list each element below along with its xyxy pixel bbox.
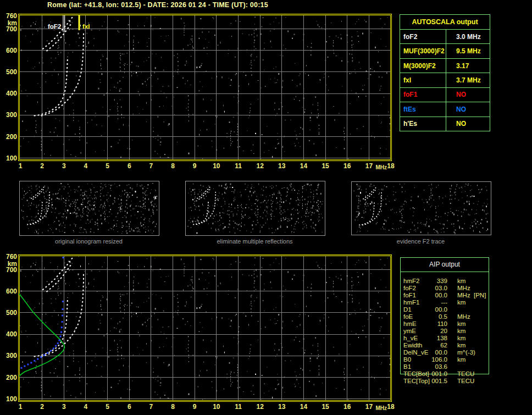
autoscala-screen: Rome (lat: +41.8, lon: 012.5) - DATE: 20…	[0, 0, 532, 415]
autoscala-row: fxI3.7 MHz	[400, 73, 490, 87]
y-axis-unit-label: km	[1, 20, 17, 26]
restored-trace-point	[59, 340, 60, 341]
x-tick-label: 13	[275, 403, 289, 410]
x-axis-unit-label: MHz	[375, 165, 387, 170]
aip-output-table: AIP output hmF2339kmfoF203.0MHzfoF100.0M…	[400, 257, 489, 385]
aip-row-unit: km	[457, 299, 465, 306]
x-tick-label: 17	[362, 403, 375, 410]
y-tick-label: 200	[1, 374, 17, 381]
x-tick-label: 13	[275, 163, 289, 169]
aip-row: foE0.5MHz	[400, 313, 489, 320]
thumbnail-caption: eliminate multiple reflections	[185, 238, 325, 245]
thumbnail-echo-trace	[199, 189, 210, 200]
fxi-marker-label: fxI	[82, 23, 90, 30]
restored-trace-point	[50, 350, 52, 351]
x-tick-label: 14	[297, 403, 310, 410]
y-tick-label: 100	[1, 396, 17, 402]
restored-trace-point	[62, 301, 64, 302]
ionogram-bottom-plot	[18, 254, 392, 402]
thumbnail-original-ionogram	[19, 181, 159, 236]
aip-row-unit: MHz	[457, 313, 470, 320]
x-tick-label: 3	[57, 163, 70, 169]
aip-row-unit: TECU	[457, 370, 474, 378]
autoscala-row: M(3000)F23.17	[400, 59, 490, 73]
thumbnail-eliminate-canvas	[186, 181, 325, 235]
aip-row-unit: TECU	[457, 378, 474, 385]
echo-trace	[41, 272, 84, 357]
autoscala-row-label: fxI	[400, 73, 446, 87]
x-tick-label: 3	[57, 403, 70, 410]
aip-row-label: D1	[403, 306, 412, 313]
echo-trace	[41, 31, 84, 116]
x-tick-label: 9	[188, 403, 201, 410]
x-tick-label: 9	[188, 163, 201, 169]
thumbnail-caption: evidence F2 trace	[351, 238, 491, 245]
aip-row-unit: km	[457, 320, 465, 328]
aip-row-value: 03.6	[419, 363, 447, 370]
autoscala-row-value: 3.17	[446, 59, 490, 73]
autoscala-row-label: h'Es	[400, 117, 446, 131]
autoscala-row-value: NO	[446, 102, 490, 116]
aip-row-value: 62	[419, 342, 447, 349]
aip-row-value: 138	[419, 335, 447, 342]
page-title: Rome (lat: +41.8, lon: 012.5) - DATE: 20…	[47, 1, 268, 9]
aip-row-value: 0.5	[419, 313, 447, 320]
aip-row-label: B1	[403, 363, 411, 370]
x-tick-label: 16	[341, 163, 354, 169]
aip-row: ymE20km	[400, 328, 489, 335]
x-tick-label: 11	[232, 403, 245, 410]
aip-row-unit: km	[457, 335, 465, 342]
x-tick-label: 10	[210, 403, 223, 410]
aip-row-label: hmE	[403, 320, 417, 328]
thumbnail-echo-trace	[359, 202, 374, 225]
restored-trace-point	[62, 321, 63, 323]
thumbnail-original-canvas	[20, 181, 159, 235]
ionogram-top-canvas: foF2fxI	[18, 14, 392, 161]
aip-row-label: foF1	[403, 292, 416, 299]
thumbnail-echo-trace	[365, 189, 376, 200]
ionogram-top-plot: foF2fxI	[18, 14, 392, 161]
autoscala-row: ftEsNO	[400, 102, 490, 117]
x-axis-unit-label: MHz	[375, 406, 387, 411]
thumbnail-caption: original ionogram resized	[19, 238, 159, 245]
plot-border-inner	[20, 15, 391, 160]
aip-row-value: 00.0	[419, 349, 447, 356]
plot-border-outer	[19, 14, 392, 161]
autoscala-row-value: 3.0 MHz	[446, 30, 490, 43]
aip-row-value: 110	[419, 320, 447, 328]
aip-row-value: 20	[419, 328, 447, 335]
aip-row-unit: MHz	[457, 292, 470, 299]
autoscala-row-value: 9.5 MHz	[446, 44, 490, 58]
y-tick-label: 500	[1, 309, 17, 316]
restored-trace-point	[60, 331, 62, 333]
x-tick-label: 6	[123, 163, 136, 169]
aip-row: D100.0	[400, 306, 489, 313]
restored-trace-point	[61, 327, 63, 328]
y-tick-label: 500	[1, 69, 17, 75]
x-tick-label: 15	[319, 163, 332, 169]
restored-trace-point	[62, 308, 63, 310]
aip-row-unit: MHz	[457, 285, 470, 292]
autoscala-row: MUF(3000)F29.5 MHz	[400, 44, 490, 58]
autoscala-row-label: foF1	[400, 88, 446, 102]
x-tick-label: 2	[36, 403, 49, 410]
aip-row: hmF2339km	[400, 278, 489, 285]
y-tick-label: 600	[1, 47, 17, 54]
aip-row: hmF1---km	[400, 299, 489, 306]
aip-row: hmE110km	[400, 320, 489, 328]
restored-trace-point	[30, 362, 32, 363]
thumbnail-echo-trace	[31, 186, 45, 198]
aip-row: B103.6	[400, 363, 489, 370]
restored-trace-point	[47, 352, 48, 354]
echo-trace	[34, 57, 68, 116]
y-tick-label: 600	[1, 288, 17, 295]
restored-trace-point	[37, 358, 38, 360]
x-tick-label: 4	[79, 163, 92, 169]
x-tick-label: 5	[101, 403, 114, 410]
y-tick-label: 100	[1, 155, 17, 162]
aip-table-header: AIP output	[400, 257, 489, 272]
autoscala-row-label: MUF(3000)F2	[400, 44, 446, 58]
aip-row: foF100.0MHz[PN]	[400, 292, 489, 299]
aip-row-label: foF2	[403, 285, 416, 292]
aip-row: foF203.0MHz	[400, 285, 489, 292]
